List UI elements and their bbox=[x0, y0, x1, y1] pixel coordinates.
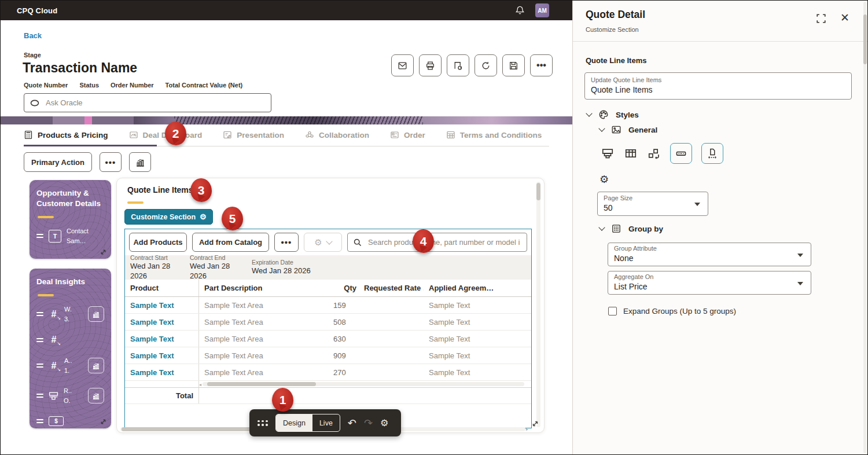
tab-collaboration[interactable]: Collaboration bbox=[305, 130, 369, 140]
drag-handle-icon[interactable] bbox=[36, 338, 43, 342]
callout-badge-3: 3 bbox=[190, 178, 212, 202]
insight-chart-button[interactable] bbox=[88, 358, 104, 373]
resize-handle-icon[interactable] bbox=[100, 248, 107, 256]
col-applied-agreement[interactable]: Applied Agreem… bbox=[424, 284, 532, 292]
section-vertical-scrollbar[interactable] bbox=[536, 182, 540, 427]
refresh-button[interactable] bbox=[475, 54, 497, 76]
add-products-button[interactable]: Add Products bbox=[129, 233, 187, 252]
col-qty[interactable]: Qty bbox=[325, 284, 359, 292]
aggregate-on-dropdown[interactable]: Aggregate On List Price bbox=[608, 271, 811, 295]
page-size-dropdown[interactable]: Page Size 50 bbox=[597, 192, 708, 216]
gear-icon[interactable]: ⚙ bbox=[599, 173, 609, 186]
scrollbar-thumb[interactable] bbox=[536, 183, 540, 200]
tab-presentation[interactable]: Presentation bbox=[223, 130, 284, 140]
product-link[interactable]: Sample Text bbox=[130, 351, 174, 360]
page-width-icon-selected[interactable] bbox=[701, 143, 723, 164]
product-link[interactable]: Sample Text bbox=[130, 301, 174, 310]
layout-style-options bbox=[601, 143, 723, 164]
ask-oracle-input[interactable] bbox=[45, 98, 265, 108]
ask-oracle-search[interactable] bbox=[24, 93, 271, 112]
more-actions-button[interactable]: ••• bbox=[530, 54, 553, 76]
collaboration-icon bbox=[305, 130, 314, 140]
more-grid-actions-button[interactable]: ••• bbox=[274, 233, 299, 252]
col-product[interactable]: Product bbox=[125, 280, 199, 296]
email-button[interactable] bbox=[391, 54, 414, 76]
resize-handle-icon[interactable] bbox=[100, 418, 107, 425]
print-button[interactable] bbox=[419, 54, 442, 76]
undo-icon[interactable]: ↶ bbox=[348, 418, 356, 428]
document-refresh-icon bbox=[453, 61, 463, 71]
table-row[interactable]: Sample Text Sample Text Area 159 Sample … bbox=[125, 297, 531, 314]
close-panel-icon[interactable]: ✕ bbox=[838, 10, 852, 24]
update-quote-line-items-field[interactable]: Update Quote Line Items Quote Line Items bbox=[584, 72, 852, 100]
resize-handle-icon[interactable] bbox=[531, 420, 539, 428]
text-field-icon: T bbox=[49, 230, 61, 243]
design-mode-button[interactable]: Design bbox=[276, 414, 312, 431]
insight-chart-button[interactable] bbox=[88, 388, 104, 403]
table-row[interactable]: Sample Text Sample Text Area 909 Sample … bbox=[125, 347, 531, 364]
col-requested-rate[interactable]: Requested Rate … bbox=[359, 284, 424, 292]
ellipsis-icon: ••• bbox=[281, 237, 292, 247]
swap-layout-icon[interactable] bbox=[647, 146, 661, 160]
back-link[interactable]: Back bbox=[24, 31, 42, 40]
product-link[interactable]: Sample Text bbox=[130, 368, 174, 377]
card-layout-icon[interactable] bbox=[601, 146, 615, 160]
scrollbar-thumb[interactable] bbox=[207, 382, 316, 386]
product-search-field[interactable] bbox=[347, 233, 527, 252]
gear-icon[interactable]: ⚙ bbox=[380, 417, 388, 428]
row-style-icon-selected[interactable] bbox=[670, 143, 692, 164]
deal-insights-card[interactable]: Deal Insights # W.3. # # A..1. R..O. $ bbox=[30, 269, 111, 428]
product-link[interactable]: Sample Text bbox=[130, 318, 174, 326]
palette-icon bbox=[598, 109, 609, 120]
styles-label: Styles bbox=[616, 111, 639, 119]
expand-panel-icon[interactable] bbox=[815, 12, 827, 25]
drag-handle-icon[interactable] bbox=[36, 234, 43, 238]
reprice-button[interactable] bbox=[447, 54, 469, 76]
drag-handle-icon[interactable] bbox=[36, 364, 43, 368]
styles-section-header[interactable]: Styles bbox=[587, 109, 639, 120]
redo-icon[interactable]: ↷ bbox=[364, 418, 373, 428]
table-row[interactable]: Sample Text Sample Text Area 270 Sample … bbox=[125, 364, 531, 381]
field-value: List Price bbox=[614, 281, 805, 293]
tab-terms-conditions[interactable]: Terms and Conditions bbox=[446, 130, 542, 140]
chevron-down-icon[interactable] bbox=[598, 125, 605, 131]
table-layout-icon[interactable] bbox=[624, 146, 638, 160]
grid-settings-dropdown[interactable]: ⚙ bbox=[304, 233, 342, 252]
tab-label: Products & Pricing bbox=[38, 131, 108, 140]
chevron-down-icon[interactable] bbox=[598, 224, 605, 230]
table-row[interactable]: Sample Text Sample Text Area 508 Sample … bbox=[125, 314, 531, 331]
panel-scrollbar[interactable] bbox=[863, 2, 867, 453]
group-attribute-dropdown[interactable]: Group Attribute None bbox=[608, 243, 811, 266]
col-part-description[interactable]: Part Description bbox=[199, 284, 325, 292]
group-by-section-header[interactable]: Group by bbox=[599, 223, 663, 234]
drag-handle-icon[interactable] bbox=[36, 419, 43, 423]
more-quote-actions-button[interactable]: ••• bbox=[100, 152, 122, 172]
save-button[interactable] bbox=[502, 54, 525, 76]
drag-handle-icon[interactable] bbox=[36, 394, 43, 398]
caret-down-icon bbox=[797, 254, 803, 257]
customize-section-button[interactable]: Customize Section ⚙ bbox=[124, 209, 213, 225]
insight-chart-button[interactable] bbox=[88, 306, 104, 322]
app-brand: CPQ Cloud bbox=[17, 6, 57, 15]
insight-row: # bbox=[36, 335, 104, 345]
tab-order[interactable]: Order bbox=[390, 130, 425, 140]
grid-horizontal-scrollbar[interactable]: ◂ bbox=[125, 381, 531, 387]
caret-down-icon bbox=[694, 203, 700, 206]
analytics-button[interactable] bbox=[129, 152, 151, 172]
user-avatar[interactable]: AM bbox=[535, 3, 549, 17]
scrollbar-thumb[interactable] bbox=[863, 14, 867, 64]
notifications-bell-icon[interactable] bbox=[515, 5, 525, 16]
table-row[interactable]: Sample Text Sample Text Area 630 Sample … bbox=[125, 331, 531, 347]
expand-groups-checkbox[interactable] bbox=[608, 307, 617, 315]
product-link[interactable]: Sample Text bbox=[130, 335, 174, 343]
primary-action-button[interactable]: Primary Action bbox=[24, 152, 92, 172]
general-section-header[interactable]: General bbox=[599, 124, 657, 135]
add-from-catalog-button[interactable]: Add from Catalog bbox=[192, 233, 269, 252]
opportunity-customer-details-card[interactable]: Opportunity & Customer Details T Contact… bbox=[30, 180, 111, 259]
product-search-input[interactable] bbox=[367, 237, 521, 247]
drag-handle-icon[interactable] bbox=[258, 420, 268, 426]
chevron-down-icon[interactable] bbox=[586, 110, 592, 116]
live-mode-button[interactable]: Live bbox=[312, 414, 340, 431]
tab-products-pricing[interactable]: Products & Pricing bbox=[24, 130, 108, 140]
drag-handle-icon[interactable] bbox=[36, 312, 43, 316]
